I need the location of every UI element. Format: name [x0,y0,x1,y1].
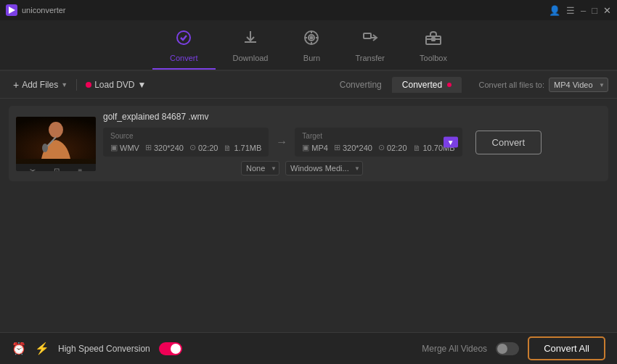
bottom-right: Merge All Videos Convert All [422,336,605,360]
source-resolution-value: 320*240 [154,144,184,152]
target-resolution: ⊞ 320*240 [334,143,372,152]
tab-converting[interactable]: Converting [330,77,392,93]
nav-label-transfer: Transfer [355,54,385,62]
target-format-value: MP4 [311,144,328,152]
merge-toggle[interactable] [496,342,519,355]
file-thumbnail: ✂ ⊡ ≡ [16,117,96,171]
source-target-row: Source ▣ WMV ⊞ 320*240 ⊙ 02:20 [103,128,601,157]
close-icon[interactable]: ✕ [603,6,611,15]
target-duration-icon: ⊙ [378,143,385,152]
convert-all-label: Convert all files to: [479,80,544,89]
target-resolution-icon: ⊞ [334,143,340,152]
svg-point-8 [49,122,63,138]
add-files-button[interactable]: + Add Files ▼ [9,77,72,93]
cut-icon[interactable]: ✂ [30,167,36,171]
titlebar-left: uniconverter [6,4,66,16]
nav-item-burn[interactable]: Burn [285,23,338,70]
source-format: ▣ WMV [110,143,139,152]
nav-label-convert: Convert [170,54,198,62]
toolbox-icon [425,29,442,51]
speed-toggle[interactable] [159,342,182,355]
merge-label: Merge All Videos [422,344,487,354]
tab-converted-label: Converted [402,80,442,90]
format-select[interactable]: MP4 Video MOV AVI MKV [549,78,608,92]
speed-label: High Speed Conversion [58,344,150,354]
load-dvd-label: Load DVD [94,80,134,90]
alarm-icon[interactable]: ⏰ [12,342,26,355]
tab-converting-label: Converting [340,80,382,90]
convert-icon [175,29,192,51]
nav-item-transfer[interactable]: Transfer [338,23,402,70]
svg-point-3 [311,37,313,39]
titlebar: uniconverter 👤 ☰ – □ ✕ [0,0,617,20]
format-select-wrap: MP4 Video MOV AVI MKV [549,78,608,92]
toolbar-right: Convert all files to: MP4 Video MOV AVI … [479,78,608,92]
subtitle-select[interactable]: None [241,161,279,175]
load-dvd-chevron: ▼ [138,80,147,90]
menu-icon[interactable]: ☰ [566,6,575,15]
source-details: ▣ WMV ⊞ 320*240 ⊙ 02:20 🗎 [110,143,261,152]
toolbar-divider [76,79,77,91]
toolbar-left: + Add Files ▼ Load DVD ▼ Converting Conv… [9,77,462,93]
tab-converted-dot [447,83,451,87]
app-title: uniconverter [22,6,66,15]
user-icon[interactable]: 👤 [549,6,560,15]
resolution-icon: ⊞ [145,143,152,152]
nav-label-download: Download [233,54,269,62]
target-size-icon: 🗎 [413,144,421,152]
source-block: Source ▣ WMV ⊞ 320*240 ⊙ 02:20 [103,128,269,157]
convert-all-button[interactable]: Convert All [528,336,605,360]
target-format-icon: ▣ [302,143,309,152]
app-logo-icon [9,7,15,14]
file-name: golf_explained 84687 .wmv [103,112,601,122]
navbar: Convert Download Burn [0,20,617,71]
titlebar-controls: 👤 ☰ – □ ✕ [549,6,611,15]
source-resolution: ⊞ 320*240 [145,143,184,152]
nav-item-toolbox[interactable]: Toolbox [402,23,465,70]
add-files-chevron: ▼ [61,81,68,88]
main-content: ✂ ⊡ ≡ golf_explained 84687 .wmv Source ▣… [0,99,617,332]
crop-icon[interactable]: ⊡ [54,167,60,171]
target-edit-button[interactable]: ▼ [444,137,458,148]
source-size-value: 1.71MB [234,144,261,152]
source-format-value: WMV [120,144,139,152]
source-duration: ⊙ 02:20 [189,143,218,152]
toolbar: + Add Files ▼ Load DVD ▼ Converting Conv… [0,71,617,99]
duration-icon: ⊙ [189,143,196,152]
effect-select-wrap: Windows Medi... [285,161,363,175]
target-details: ▣ MP4 ⊞ 320*240 ⊙ 02:20 🗎 [302,143,454,152]
target-block: Target ▣ MP4 ⊞ 320*240 ⊙ 02:20 [295,128,462,157]
nav-label-toolbox: Toolbox [420,54,447,62]
effect-row: None Windows Medi... [241,161,601,175]
dvd-dot-icon [86,82,91,88]
plus-icon: + [13,79,19,91]
effects-icon[interactable]: ≡ [78,167,82,171]
tabs-container: Converting Converted [330,77,462,93]
target-format: ▣ MP4 [302,143,328,152]
load-dvd-button[interactable]: Load DVD ▼ [81,78,150,92]
source-label: Source [110,132,261,140]
nav-item-download[interactable]: Download [216,23,286,70]
effect-select[interactable]: Windows Medi... [285,161,363,175]
size-icon: 🗎 [224,144,232,152]
nav-item-convert[interactable]: Convert [152,23,216,70]
add-files-label: Add Files [22,80,58,90]
thumb-tools: ✂ ⊡ ≡ [16,164,96,171]
format-icon: ▣ [110,143,118,152]
maximize-icon[interactable]: □ [592,6,597,15]
thumb-preview [16,117,96,164]
file-info: golf_explained 84687 .wmv Source ▣ WMV ⊞… [103,112,601,175]
tab-converted[interactable]: Converted [392,77,462,93]
download-icon [242,29,259,51]
svg-rect-4 [364,33,371,38]
target-resolution-value: 320*240 [343,144,372,152]
target-label: Target [302,132,454,140]
file-item: ✂ ⊡ ≡ golf_explained 84687 .wmv Source ▣… [9,106,608,181]
minimize-icon[interactable]: – [581,6,586,15]
burn-icon [303,29,320,51]
bottom-bar: ⏰ ⚡ High Speed Conversion Merge All Vide… [0,332,617,364]
convert-button[interactable]: Convert [475,131,542,154]
thumb-bg [16,117,96,164]
source-size: 🗎 1.71MB [224,144,261,152]
target-duration-value: 02:20 [387,144,407,152]
